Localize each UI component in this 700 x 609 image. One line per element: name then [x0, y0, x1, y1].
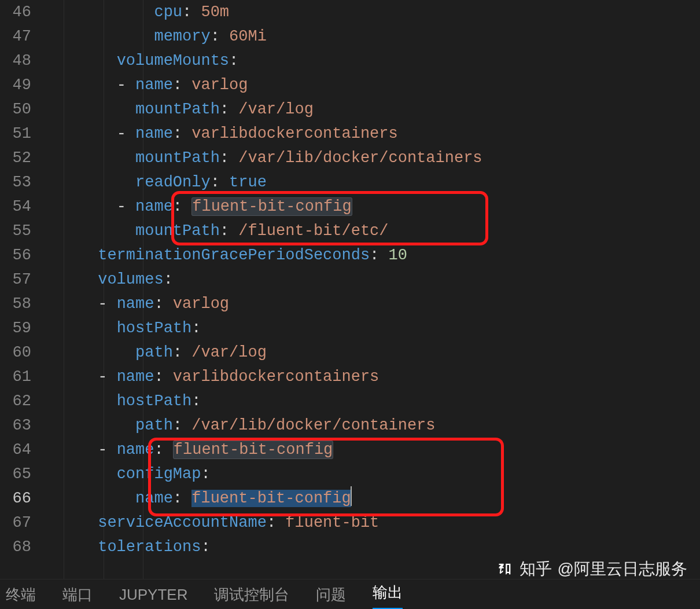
panel-tab[interactable]: 问题 [316, 582, 346, 607]
code-editor[interactable]: 4647484950515253545556575859606162636465… [0, 0, 700, 579]
panel-tab[interactable]: 调试控制台 [214, 582, 289, 607]
line-number: 48 [0, 49, 42, 73]
watermark: 知乎 @阿里云日志服务 [496, 557, 687, 581]
line-number: 56 [0, 243, 42, 267]
code-line[interactable]: volumes: [42, 267, 700, 292]
line-number: 52 [0, 146, 42, 170]
code-line[interactable]: tolerations: [42, 535, 700, 559]
line-number: 59 [0, 316, 42, 340]
code-line[interactable]: mountPath: /var/lib/docker/containers [42, 146, 700, 170]
code-line[interactable]: mountPath: /fluent-bit/etc/ [42, 219, 700, 243]
watermark-brand: 知乎 [520, 557, 552, 581]
line-number: 61 [0, 365, 42, 389]
line-number: 64 [0, 438, 42, 462]
line-number: 49 [0, 73, 42, 97]
code-line[interactable]: hostPath: [42, 389, 700, 413]
panel-tab[interactable]: 端口 [62, 582, 93, 607]
code-line[interactable]: path: /var/lib/docker/containers [42, 413, 700, 438]
code-line[interactable]: readOnly: true [42, 170, 700, 195]
line-number: 54 [0, 195, 42, 219]
code-area[interactable]: cpu: 50m memory: 60Mi volumeMounts: - na… [42, 0, 700, 579]
code-line[interactable]: - name: varlog [42, 292, 700, 316]
code-line[interactable]: memory: 60Mi [42, 24, 700, 49]
code-line[interactable]: - name: varlibdockercontainers [42, 365, 700, 389]
code-lines[interactable]: cpu: 50m memory: 60Mi volumeMounts: - na… [42, 0, 700, 559]
line-number: 58 [0, 292, 42, 316]
line-number: 65 [0, 462, 42, 486]
line-number: 51 [0, 122, 42, 146]
code-line[interactable]: volumeMounts: [42, 49, 700, 73]
code-line[interactable]: mountPath: /var/log [42, 97, 700, 122]
line-number: 66 [0, 486, 42, 511]
line-number: 50 [0, 97, 42, 122]
code-line[interactable]: - name: fluent-bit-config [42, 438, 700, 462]
code-line[interactable]: path: /var/log [42, 340, 700, 365]
line-number: 57 [0, 267, 42, 292]
code-line[interactable]: - name: varlibdockercontainers [42, 122, 700, 146]
code-line[interactable]: configMap: [42, 462, 700, 486]
line-number-gutter: 4647484950515253545556575859606162636465… [0, 0, 42, 559]
code-line[interactable]: - name: fluent-bit-config [42, 195, 700, 219]
line-number: 63 [0, 413, 42, 438]
code-line[interactable]: name: fluent-bit-config [42, 486, 700, 511]
watermark-author: @阿里云日志服务 [558, 557, 687, 581]
panel-tab[interactable]: 输出 [373, 580, 403, 609]
line-number: 60 [0, 340, 42, 365]
line-number: 62 [0, 389, 42, 413]
code-line[interactable]: hostPath: [42, 316, 700, 340]
line-number: 67 [0, 511, 42, 535]
line-number: 47 [0, 24, 42, 49]
code-line[interactable]: terminationGracePeriodSeconds: 10 [42, 243, 700, 267]
line-number: 53 [0, 170, 42, 195]
panel-tab[interactable]: JUPYTER [119, 582, 187, 607]
code-line[interactable]: serviceAccountName: fluent-bit [42, 511, 700, 535]
line-number: 55 [0, 219, 42, 243]
panel-tabs[interactable]: 终端端口JUPYTER调试控制台问题输出 [0, 579, 700, 609]
code-line[interactable]: cpu: 50m [42, 0, 700, 24]
code-line[interactable]: - name: varlog [42, 73, 700, 97]
line-number: 68 [0, 535, 42, 559]
zhihu-icon [496, 560, 514, 578]
line-number: 46 [0, 0, 42, 24]
panel-tab[interactable]: 终端 [6, 582, 36, 607]
